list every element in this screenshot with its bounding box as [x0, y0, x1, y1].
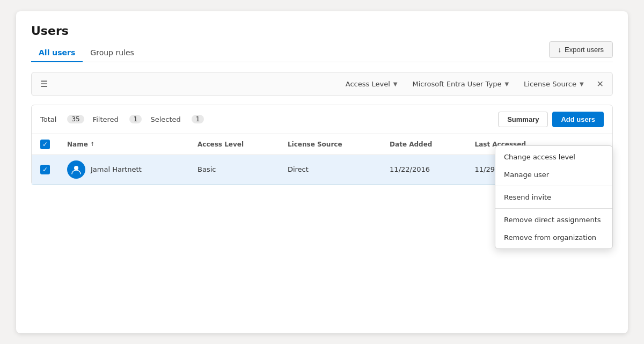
total-badge: 35 — [67, 115, 84, 123]
filter-icon[interactable]: ☰ — [40, 79, 48, 89]
export-icon: ↓ — [558, 46, 562, 54]
selected-label: Selected — [150, 115, 180, 123]
menu-item-resend-invite[interactable]: Resend invite — [495, 188, 612, 206]
avatar — [67, 160, 85, 179]
header-checkbox-col — [32, 134, 58, 155]
menu-divider-2 — [495, 208, 612, 209]
header-name: Name ↑ — [58, 134, 189, 155]
tabs-bar: All users Group rules — [31, 44, 613, 62]
context-menu: Change access level Manage user Resend i… — [495, 145, 613, 249]
access-level-dropdown[interactable]: Access Level ▼ — [341, 78, 402, 90]
tab-all-users[interactable]: All users — [31, 44, 83, 62]
menu-item-manage-user[interactable]: Manage user — [495, 166, 612, 184]
row-license-source: Direct — [279, 155, 381, 184]
name-sort-icon[interactable]: ↑ — [90, 141, 94, 147]
menu-item-change-access[interactable]: Change access level — [495, 148, 612, 166]
selected-badge: 1 — [192, 115, 204, 123]
filter-bar: ☰ Access Level ▼ Microsoft Entra User Ty… — [31, 72, 613, 96]
page-title: Users — [31, 24, 613, 38]
filter-close-icon[interactable]: ✕ — [597, 79, 604, 89]
header-access-level: Access Level — [189, 134, 279, 155]
export-button-label: Export users — [565, 46, 604, 54]
select-all-checkbox[interactable] — [40, 140, 50, 149]
license-source-dropdown[interactable]: License Source ▼ — [519, 78, 588, 90]
total-label: Total — [40, 115, 56, 123]
table-toolbar: Total 35 Filtered 1 Selected 1 Summary A… — [32, 105, 612, 134]
user-type-label: Microsoft Entra User Type — [412, 80, 501, 88]
toolbar-right: Summary Add users — [498, 112, 604, 127]
user-type-chevron-icon: ▼ — [504, 81, 509, 87]
access-level-label: Access Level — [346, 80, 390, 88]
license-source-label: License Source — [524, 80, 576, 88]
row-access-level: Basic — [189, 155, 279, 184]
user-cell: Jamal Hartnett — [67, 160, 180, 179]
row-checkbox[interactable] — [40, 165, 50, 174]
header-date-added: Date Added — [381, 134, 466, 155]
license-source-chevron-icon: ▼ — [580, 81, 584, 87]
access-level-chevron-icon: ▼ — [393, 81, 398, 87]
svg-point-0 — [74, 166, 78, 170]
add-users-button[interactable]: Add users — [552, 112, 604, 127]
menu-item-remove-org[interactable]: Remove from organization — [495, 229, 612, 246]
main-card: Users All users Group rules ↓ Export use… — [16, 11, 628, 333]
menu-divider-1 — [495, 186, 612, 186]
summary-button[interactable]: Summary — [498, 112, 548, 127]
row-checkbox-cell — [32, 155, 58, 184]
filtered-badge: 1 — [129, 115, 142, 123]
user-type-dropdown[interactable]: Microsoft Entra User Type ▼ — [408, 78, 513, 90]
row-date-added: 11/22/2016 — [381, 155, 466, 184]
user-name[interactable]: Jamal Hartnett — [91, 165, 142, 173]
row-name-cell: Jamal Hartnett — [58, 155, 189, 184]
filtered-label: Filtered — [93, 115, 119, 123]
header-license-source: License Source — [279, 134, 381, 155]
export-users-button[interactable]: ↓ Export users — [549, 41, 613, 58]
tab-group-rules[interactable]: Group rules — [83, 44, 142, 62]
menu-item-remove-direct[interactable]: Remove direct assignments — [495, 211, 612, 229]
stats-group: Total 35 Filtered 1 Selected 1 — [40, 115, 204, 123]
